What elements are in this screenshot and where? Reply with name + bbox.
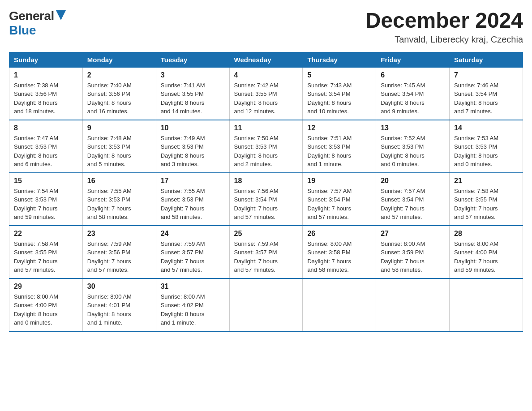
day-cell: 18Sunrise: 7:56 AMSunset: 3:54 PMDayligh… [229, 173, 303, 226]
day-info: Sunrise: 8:00 AMSunset: 4:00 PMDaylight:… [454, 240, 518, 274]
day-number: 26 [307, 230, 371, 238]
day-cell: 5Sunrise: 7:43 AMSunset: 3:54 PMDaylight… [303, 67, 376, 120]
day-cell: 27Sunrise: 8:00 AMSunset: 3:59 PMDayligh… [376, 226, 450, 278]
day-info: Sunrise: 7:38 AMSunset: 3:56 PMDaylight:… [14, 81, 78, 116]
day-cell: 17Sunrise: 7:55 AMSunset: 3:53 PMDayligh… [156, 173, 229, 226]
day-cell: 22Sunrise: 7:58 AMSunset: 3:55 PMDayligh… [9, 226, 83, 278]
week-row-3: 15Sunrise: 7:54 AMSunset: 3:53 PMDayligh… [9, 173, 523, 226]
day-number: 6 [381, 71, 445, 79]
day-number: 13 [381, 124, 445, 132]
day-info: Sunrise: 7:53 AMSunset: 3:53 PMDaylight:… [454, 134, 518, 169]
day-info: Sunrise: 7:40 AMSunset: 3:56 PMDaylight:… [87, 81, 151, 116]
week-row-1: 1Sunrise: 7:38 AMSunset: 3:56 PMDaylight… [9, 67, 523, 120]
day-cell: 11Sunrise: 7:50 AMSunset: 3:53 PMDayligh… [229, 120, 303, 173]
day-cell: 21Sunrise: 7:58 AMSunset: 3:55 PMDayligh… [450, 173, 523, 226]
day-info: Sunrise: 7:59 AMSunset: 3:56 PMDaylight:… [87, 240, 151, 274]
day-info: Sunrise: 7:48 AMSunset: 3:53 PMDaylight:… [87, 134, 151, 169]
header-cell-sunday: Sunday [9, 52, 83, 67]
day-info: Sunrise: 7:59 AMSunset: 3:57 PMDaylight:… [234, 240, 298, 274]
header-cell-monday: Monday [82, 52, 156, 67]
week-row-2: 8Sunrise: 7:47 AMSunset: 3:53 PMDaylight… [9, 120, 523, 173]
day-info: Sunrise: 7:52 AMSunset: 3:53 PMDaylight:… [381, 134, 445, 169]
day-info: Sunrise: 7:51 AMSunset: 3:53 PMDaylight:… [307, 134, 371, 169]
day-cell: 10Sunrise: 7:49 AMSunset: 3:53 PMDayligh… [156, 120, 229, 173]
day-cell: 19Sunrise: 7:57 AMSunset: 3:54 PMDayligh… [303, 173, 376, 226]
day-info: Sunrise: 7:42 AMSunset: 3:55 PMDaylight:… [234, 81, 298, 116]
header-cell-saturday: Saturday [450, 52, 523, 67]
day-number: 22 [14, 230, 78, 238]
title-area: December 2024 Tanvald, Liberecky kraj, C… [365, 9, 523, 45]
day-number: 5 [307, 71, 371, 79]
day-info: Sunrise: 7:49 AMSunset: 3:53 PMDaylight:… [161, 134, 225, 169]
header-cell-tuesday: Tuesday [156, 52, 229, 67]
day-number: 12 [307, 124, 371, 132]
day-cell: 15Sunrise: 7:54 AMSunset: 3:53 PMDayligh… [9, 173, 83, 226]
day-info: Sunrise: 8:00 AMSunset: 4:01 PMDaylight:… [87, 292, 151, 327]
day-cell: 28Sunrise: 8:00 AMSunset: 4:00 PMDayligh… [450, 226, 523, 278]
day-cell: 7Sunrise: 7:46 AMSunset: 3:54 PMDaylight… [450, 67, 523, 120]
day-cell: 8Sunrise: 7:47 AMSunset: 3:53 PMDaylight… [9, 120, 83, 173]
day-info: Sunrise: 8:00 AMSunset: 4:00 PMDaylight:… [14, 292, 78, 327]
calendar-table: SundayMondayTuesdayWednesdayThursdayFrid… [9, 52, 523, 332]
header-row: SundayMondayTuesdayWednesdayThursdayFrid… [9, 52, 523, 67]
day-info: Sunrise: 7:43 AMSunset: 3:54 PMDaylight:… [307, 81, 371, 116]
day-cell: 9Sunrise: 7:48 AMSunset: 3:53 PMDaylight… [82, 120, 156, 173]
day-number: 21 [454, 177, 518, 185]
day-number: 23 [87, 230, 151, 238]
day-number: 17 [161, 177, 225, 185]
day-number: 30 [87, 283, 151, 291]
day-info: Sunrise: 7:50 AMSunset: 3:53 PMDaylight:… [234, 134, 298, 169]
day-cell [450, 278, 523, 331]
day-cell: 16Sunrise: 7:55 AMSunset: 3:53 PMDayligh… [82, 173, 156, 226]
day-info: Sunrise: 7:58 AMSunset: 3:55 PMDaylight:… [14, 240, 78, 274]
day-cell: 29Sunrise: 8:00 AMSunset: 4:00 PMDayligh… [9, 278, 83, 331]
day-info: Sunrise: 8:00 AMSunset: 4:02 PMDaylight:… [161, 292, 225, 327]
day-number: 16 [87, 177, 151, 185]
day-cell: 4Sunrise: 7:42 AMSunset: 3:55 PMDaylight… [229, 67, 303, 120]
day-number: 15 [14, 177, 78, 185]
day-number: 8 [14, 124, 78, 132]
day-number: 2 [87, 71, 151, 79]
day-number: 10 [161, 124, 225, 132]
day-cell: 6Sunrise: 7:45 AMSunset: 3:54 PMDaylight… [376, 67, 450, 120]
day-cell: 30Sunrise: 8:00 AMSunset: 4:01 PMDayligh… [82, 278, 156, 331]
day-cell: 25Sunrise: 7:59 AMSunset: 3:57 PMDayligh… [229, 226, 303, 278]
day-info: Sunrise: 7:41 AMSunset: 3:55 PMDaylight:… [161, 81, 225, 116]
day-info: Sunrise: 7:55 AMSunset: 3:53 PMDaylight:… [161, 187, 225, 222]
day-number: 9 [87, 124, 151, 132]
day-info: Sunrise: 7:57 AMSunset: 3:54 PMDaylight:… [307, 187, 371, 222]
day-info: Sunrise: 7:46 AMSunset: 3:54 PMDaylight:… [454, 81, 518, 116]
day-number: 29 [14, 283, 78, 291]
day-number: 18 [234, 177, 298, 185]
day-number: 31 [161, 283, 225, 291]
day-cell: 23Sunrise: 7:59 AMSunset: 3:56 PMDayligh… [82, 226, 156, 278]
week-row-5: 29Sunrise: 8:00 AMSunset: 4:00 PMDayligh… [9, 278, 523, 331]
day-cell: 26Sunrise: 8:00 AMSunset: 3:58 PMDayligh… [303, 226, 376, 278]
day-cell [376, 278, 450, 331]
day-info: Sunrise: 7:54 AMSunset: 3:53 PMDaylight:… [14, 187, 78, 222]
day-cell [229, 278, 303, 331]
day-info: Sunrise: 7:56 AMSunset: 3:54 PMDaylight:… [234, 187, 298, 222]
day-number: 11 [234, 124, 298, 132]
day-number: 27 [381, 230, 445, 238]
logo: General Blue [9, 9, 66, 38]
day-info: Sunrise: 8:00 AMSunset: 3:58 PMDaylight:… [307, 240, 371, 274]
logo-blue-text: Blue [9, 23, 36, 38]
month-title: December 2024 [365, 9, 523, 33]
day-cell [303, 278, 376, 331]
day-cell: 2Sunrise: 7:40 AMSunset: 3:56 PMDaylight… [82, 67, 156, 120]
day-info: Sunrise: 7:47 AMSunset: 3:53 PMDaylight:… [14, 134, 78, 169]
day-cell: 3Sunrise: 7:41 AMSunset: 3:55 PMDaylight… [156, 67, 229, 120]
day-cell: 24Sunrise: 7:59 AMSunset: 3:57 PMDayligh… [156, 226, 229, 278]
day-cell: 12Sunrise: 7:51 AMSunset: 3:53 PMDayligh… [303, 120, 376, 173]
day-info: Sunrise: 7:58 AMSunset: 3:55 PMDaylight:… [454, 187, 518, 222]
day-info: Sunrise: 7:59 AMSunset: 3:57 PMDaylight:… [161, 240, 225, 274]
location-title: Tanvald, Liberecky kraj, Czechia [365, 34, 523, 45]
day-number: 24 [161, 230, 225, 238]
day-number: 25 [234, 230, 298, 238]
day-number: 19 [307, 177, 371, 185]
header-cell-friday: Friday [376, 52, 450, 67]
day-number: 7 [454, 71, 518, 79]
day-number: 28 [454, 230, 518, 238]
day-cell: 31Sunrise: 8:00 AMSunset: 4:02 PMDayligh… [156, 278, 229, 331]
